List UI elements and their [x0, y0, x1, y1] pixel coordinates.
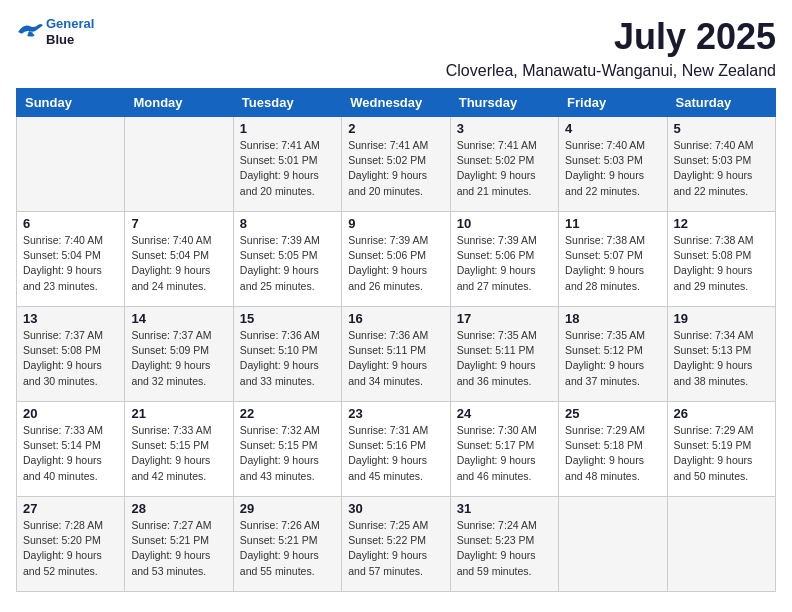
logo-text: General Blue [46, 16, 94, 47]
calendar-cell: 12Sunrise: 7:38 AMSunset: 5:08 PMDayligh… [667, 212, 775, 307]
day-of-week-header: Wednesday [342, 89, 450, 117]
day-number: 1 [240, 121, 335, 136]
day-info: Sunrise: 7:40 AMSunset: 5:04 PMDaylight:… [23, 233, 118, 294]
day-number: 2 [348, 121, 443, 136]
day-number: 28 [131, 501, 226, 516]
day-number: 12 [674, 216, 769, 231]
day-info: Sunrise: 7:28 AMSunset: 5:20 PMDaylight:… [23, 518, 118, 579]
calendar-cell: 30Sunrise: 7:25 AMSunset: 5:22 PMDayligh… [342, 497, 450, 592]
day-info: Sunrise: 7:34 AMSunset: 5:13 PMDaylight:… [674, 328, 769, 389]
day-info: Sunrise: 7:35 AMSunset: 5:12 PMDaylight:… [565, 328, 660, 389]
day-info: Sunrise: 7:40 AMSunset: 5:03 PMDaylight:… [674, 138, 769, 199]
day-number: 7 [131, 216, 226, 231]
day-of-week-header: Monday [125, 89, 233, 117]
day-info: Sunrise: 7:38 AMSunset: 5:07 PMDaylight:… [565, 233, 660, 294]
day-info: Sunrise: 7:32 AMSunset: 5:15 PMDaylight:… [240, 423, 335, 484]
days-of-week-row: SundayMondayTuesdayWednesdayThursdayFrid… [17, 89, 776, 117]
calendar-cell: 16Sunrise: 7:36 AMSunset: 5:11 PMDayligh… [342, 307, 450, 402]
day-info: Sunrise: 7:26 AMSunset: 5:21 PMDaylight:… [240, 518, 335, 579]
calendar-cell: 20Sunrise: 7:33 AMSunset: 5:14 PMDayligh… [17, 402, 125, 497]
calendar-cell: 7Sunrise: 7:40 AMSunset: 5:04 PMDaylight… [125, 212, 233, 307]
calendar-cell: 14Sunrise: 7:37 AMSunset: 5:09 PMDayligh… [125, 307, 233, 402]
day-number: 22 [240, 406, 335, 421]
calendar-cell [125, 117, 233, 212]
day-info: Sunrise: 7:39 AMSunset: 5:06 PMDaylight:… [457, 233, 552, 294]
calendar-cell: 26Sunrise: 7:29 AMSunset: 5:19 PMDayligh… [667, 402, 775, 497]
day-info: Sunrise: 7:41 AMSunset: 5:01 PMDaylight:… [240, 138, 335, 199]
calendar-week-row: 6Sunrise: 7:40 AMSunset: 5:04 PMDaylight… [17, 212, 776, 307]
calendar-cell: 15Sunrise: 7:36 AMSunset: 5:10 PMDayligh… [233, 307, 341, 402]
day-info: Sunrise: 7:37 AMSunset: 5:09 PMDaylight:… [131, 328, 226, 389]
logo-icon [16, 21, 44, 43]
day-number: 3 [457, 121, 552, 136]
day-number: 8 [240, 216, 335, 231]
day-number: 16 [348, 311, 443, 326]
day-info: Sunrise: 7:29 AMSunset: 5:19 PMDaylight:… [674, 423, 769, 484]
day-info: Sunrise: 7:41 AMSunset: 5:02 PMDaylight:… [348, 138, 443, 199]
day-of-week-header: Friday [559, 89, 667, 117]
day-number: 15 [240, 311, 335, 326]
calendar-cell: 10Sunrise: 7:39 AMSunset: 5:06 PMDayligh… [450, 212, 558, 307]
day-number: 4 [565, 121, 660, 136]
day-info: Sunrise: 7:33 AMSunset: 5:14 PMDaylight:… [23, 423, 118, 484]
day-info: Sunrise: 7:35 AMSunset: 5:11 PMDaylight:… [457, 328, 552, 389]
calendar-week-row: 13Sunrise: 7:37 AMSunset: 5:08 PMDayligh… [17, 307, 776, 402]
day-number: 20 [23, 406, 118, 421]
day-number: 25 [565, 406, 660, 421]
calendar-cell: 22Sunrise: 7:32 AMSunset: 5:15 PMDayligh… [233, 402, 341, 497]
day-number: 17 [457, 311, 552, 326]
calendar-cell: 25Sunrise: 7:29 AMSunset: 5:18 PMDayligh… [559, 402, 667, 497]
calendar-cell: 24Sunrise: 7:30 AMSunset: 5:17 PMDayligh… [450, 402, 558, 497]
calendar-cell: 6Sunrise: 7:40 AMSunset: 5:04 PMDaylight… [17, 212, 125, 307]
day-info: Sunrise: 7:38 AMSunset: 5:08 PMDaylight:… [674, 233, 769, 294]
day-number: 5 [674, 121, 769, 136]
day-number: 24 [457, 406, 552, 421]
calendar-cell: 13Sunrise: 7:37 AMSunset: 5:08 PMDayligh… [17, 307, 125, 402]
day-number: 30 [348, 501, 443, 516]
day-info: Sunrise: 7:40 AMSunset: 5:04 PMDaylight:… [131, 233, 226, 294]
day-info: Sunrise: 7:39 AMSunset: 5:05 PMDaylight:… [240, 233, 335, 294]
day-number: 26 [674, 406, 769, 421]
calendar-cell: 4Sunrise: 7:40 AMSunset: 5:03 PMDaylight… [559, 117, 667, 212]
day-info: Sunrise: 7:24 AMSunset: 5:23 PMDaylight:… [457, 518, 552, 579]
day-info: Sunrise: 7:36 AMSunset: 5:11 PMDaylight:… [348, 328, 443, 389]
day-number: 11 [565, 216, 660, 231]
day-number: 19 [674, 311, 769, 326]
calendar-cell: 29Sunrise: 7:26 AMSunset: 5:21 PMDayligh… [233, 497, 341, 592]
month-title: July 2025 [614, 16, 776, 58]
day-number: 29 [240, 501, 335, 516]
logo: General Blue [16, 16, 94, 47]
calendar-cell: 21Sunrise: 7:33 AMSunset: 5:15 PMDayligh… [125, 402, 233, 497]
day-info: Sunrise: 7:41 AMSunset: 5:02 PMDaylight:… [457, 138, 552, 199]
calendar-cell: 18Sunrise: 7:35 AMSunset: 5:12 PMDayligh… [559, 307, 667, 402]
day-number: 27 [23, 501, 118, 516]
calendar-week-row: 1Sunrise: 7:41 AMSunset: 5:01 PMDaylight… [17, 117, 776, 212]
calendar-cell: 19Sunrise: 7:34 AMSunset: 5:13 PMDayligh… [667, 307, 775, 402]
calendar-cell: 28Sunrise: 7:27 AMSunset: 5:21 PMDayligh… [125, 497, 233, 592]
day-number: 14 [131, 311, 226, 326]
location-title: Cloverlea, Manawatu-Wanganui, New Zealan… [16, 62, 776, 80]
day-info: Sunrise: 7:40 AMSunset: 5:03 PMDaylight:… [565, 138, 660, 199]
calendar-table: SundayMondayTuesdayWednesdayThursdayFrid… [16, 88, 776, 592]
calendar-cell [17, 117, 125, 212]
day-number: 10 [457, 216, 552, 231]
day-info: Sunrise: 7:36 AMSunset: 5:10 PMDaylight:… [240, 328, 335, 389]
calendar-cell [667, 497, 775, 592]
calendar-cell: 11Sunrise: 7:38 AMSunset: 5:07 PMDayligh… [559, 212, 667, 307]
day-info: Sunrise: 7:29 AMSunset: 5:18 PMDaylight:… [565, 423, 660, 484]
calendar-week-row: 20Sunrise: 7:33 AMSunset: 5:14 PMDayligh… [17, 402, 776, 497]
calendar-cell: 2Sunrise: 7:41 AMSunset: 5:02 PMDaylight… [342, 117, 450, 212]
calendar-cell: 5Sunrise: 7:40 AMSunset: 5:03 PMDaylight… [667, 117, 775, 212]
day-of-week-header: Tuesday [233, 89, 341, 117]
day-of-week-header: Sunday [17, 89, 125, 117]
day-info: Sunrise: 7:39 AMSunset: 5:06 PMDaylight:… [348, 233, 443, 294]
calendar-cell: 17Sunrise: 7:35 AMSunset: 5:11 PMDayligh… [450, 307, 558, 402]
day-number: 9 [348, 216, 443, 231]
calendar-cell [559, 497, 667, 592]
calendar-cell: 8Sunrise: 7:39 AMSunset: 5:05 PMDaylight… [233, 212, 341, 307]
day-info: Sunrise: 7:37 AMSunset: 5:08 PMDaylight:… [23, 328, 118, 389]
day-info: Sunrise: 7:30 AMSunset: 5:17 PMDaylight:… [457, 423, 552, 484]
day-number: 18 [565, 311, 660, 326]
calendar-cell: 1Sunrise: 7:41 AMSunset: 5:01 PMDaylight… [233, 117, 341, 212]
calendar-cell: 23Sunrise: 7:31 AMSunset: 5:16 PMDayligh… [342, 402, 450, 497]
